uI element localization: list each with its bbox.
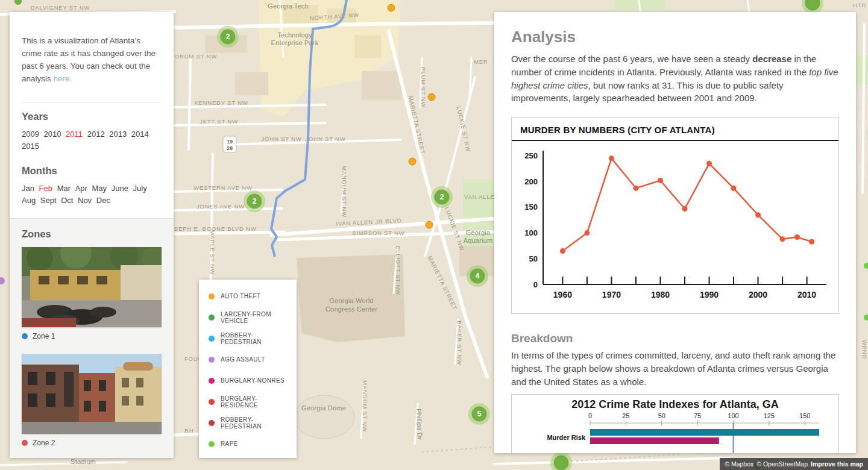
svg-text:Murder Risk: Murder Risk: [547, 434, 585, 441]
zone-2-photo[interactable]: [22, 354, 162, 434]
street-label: ORUM ST NW: [175, 53, 217, 60]
highway-shield: 19 29: [223, 136, 236, 152]
month-july[interactable]: July: [133, 183, 147, 195]
month-dec[interactable]: Dec: [96, 195, 110, 207]
burglary-residence-dot: [209, 399, 215, 405]
street-label: PLUM ST NW: [420, 67, 427, 107]
month-apr[interactable]: Apr: [75, 183, 87, 195]
year-2012[interactable]: 2012: [87, 128, 105, 140]
analysis-title: Analysis: [511, 28, 839, 46]
month-sept[interactable]: Sept: [40, 195, 57, 207]
zone-1-dot: [22, 333, 28, 339]
svg-text:1970: 1970: [602, 290, 621, 299]
crime-index-chart-plot: 0255075100125150Murder Risk: [512, 412, 838, 453]
svg-text:1990: 1990: [700, 290, 719, 299]
months-heading: Months: [22, 165, 162, 177]
analysis-link[interactable]: here.: [54, 74, 72, 83]
legend-item-agg-assault: AGG ASSAULT: [209, 349, 287, 370]
cluster-marker[interactable]: 2: [244, 190, 265, 212]
month-june[interactable]: June: [112, 183, 128, 195]
cluster-marker[interactable]: 2: [431, 186, 453, 208]
legend-item-larceny: LARCENY-FROM VEHICLE: [209, 307, 287, 328]
auto-theft-marker[interactable]: [428, 93, 435, 101]
legend-label: BURGLARY-NONRES: [221, 377, 285, 384]
years-heading: Years: [22, 111, 162, 122]
street-label: SIMPSON ST NW: [352, 230, 404, 236]
zone-2-label-row[interactable]: Zone 2: [22, 439, 162, 447]
month-nov[interactable]: Nov: [78, 195, 92, 207]
street-label: DALVIGNEY ST NW: [31, 4, 90, 11]
street-label: JOHN ST NW: [306, 136, 346, 142]
month-jan[interactable]: Jan: [22, 183, 34, 195]
legend-label: AGG ASSAULT: [221, 356, 265, 363]
svg-text:4: 4: [476, 272, 480, 280]
poi-label: Georgia World: [329, 297, 373, 304]
poi-label: Aquarium: [464, 237, 493, 244]
svg-text:200: 200: [524, 177, 538, 186]
month-feb[interactable]: Feb: [39, 183, 52, 195]
year-2009[interactable]: 2009: [22, 128, 39, 140]
murder-chart-plot: 050100150200250196019701980199020002010: [512, 141, 838, 313]
agg-assault-dot: [209, 357, 215, 363]
intro-text-body: This is a visualization of Atlanta's cri…: [22, 36, 156, 83]
svg-text:100: 100: [524, 228, 538, 237]
poi-label: Georgia: [466, 229, 491, 236]
svg-text:0: 0: [588, 412, 592, 419]
zone-2-dot: [22, 440, 28, 446]
month-aug[interactable]: Aug: [22, 195, 36, 207]
auto-theft-dot: [209, 293, 215, 299]
osm-attribution-link[interactable]: © OpenStreetMap: [756, 460, 808, 468]
legend-label: AUTO THEFT: [221, 293, 260, 299]
poi-label: Technology: [277, 31, 312, 39]
poi-label: Enterprise Park: [271, 39, 319, 46]
year-2011[interactable]: 2011: [66, 128, 83, 140]
intro-text: This is a visualization of Atlanta's cri…: [22, 35, 162, 86]
street-label: KENNEDY ST NW: [194, 99, 248, 106]
robbery-pedestrian-dot: [209, 336, 215, 342]
divider: [22, 102, 162, 102]
auto-theft-marker[interactable]: [388, 4, 395, 11]
svg-text:2: 2: [253, 197, 257, 205]
month-oct[interactable]: Oct: [61, 195, 73, 207]
svg-text:0: 0: [533, 280, 538, 289]
month-mar[interactable]: Mar: [57, 183, 71, 195]
year-2014[interactable]: 2014: [131, 128, 149, 140]
crime-index-chart-title: 2012 Crime Rate Indexes for Atlanta, GA: [512, 395, 838, 412]
street-label: JETT ST NW: [200, 118, 238, 125]
cluster-marker[interactable]: 2: [217, 26, 239, 48]
legend-label: RAPE: [221, 440, 238, 447]
crime-index-chart: 2012 Crime Rate Indexes for Atlanta, GA …: [511, 394, 839, 453]
analysis-panel: Analysis Over the course of the past 6 y…: [494, 12, 856, 453]
poi-label: Stadium: [71, 458, 96, 465]
zone-1-label-row[interactable]: Zone 1: [22, 332, 162, 340]
mapbox-attribution-link[interactable]: © Mapbox: [725, 460, 753, 468]
legend-item-rape: RAPE: [209, 433, 287, 454]
svg-text:1980: 1980: [651, 290, 670, 299]
zone-1-photo[interactable]: [22, 247, 162, 327]
auto-theft-marker[interactable]: [426, 221, 433, 228]
svg-text:250: 250: [524, 151, 538, 160]
analysis-paragraph: Over the course of the past 6 years, we …: [511, 52, 839, 105]
crime-legend: AUTO THEFT LARCENY-FROM VEHICLE ROBBERY-…: [199, 280, 297, 458]
rape-dot: [209, 441, 215, 447]
month-may[interactable]: May: [92, 183, 107, 195]
year-2010[interactable]: 2010: [44, 128, 61, 140]
legend-label: LARCENY-FROM VEHICLE: [221, 311, 287, 324]
improve-map-link[interactable]: Improve this map: [811, 460, 863, 468]
cluster-marker[interactable]: 4: [467, 265, 488, 287]
poi-label: Congress Center: [326, 306, 377, 313]
burglary-nonres-dot: [209, 378, 215, 384]
street-label: MANGUM ST NW: [362, 380, 368, 432]
svg-text:5: 5: [477, 410, 482, 418]
year-2013[interactable]: 2013: [109, 128, 127, 140]
cluster-marker[interactable]: 5: [468, 403, 490, 425]
svg-text:2000: 2000: [749, 290, 767, 299]
street-label: MANGUM ST NW: [341, 166, 348, 218]
poi-label: Georgia Dome: [301, 404, 346, 412]
auto-theft-marker[interactable]: [409, 158, 416, 165]
street-label: MAPLE ST NW: [209, 230, 216, 275]
svg-text:19: 19: [227, 139, 233, 145]
legend-item-burglary-nonres: BURGLARY-NONRES: [209, 370, 287, 391]
year-2015[interactable]: 2015: [22, 140, 39, 152]
legend-label: ROBBERY-PEDESTRIAN: [221, 332, 287, 345]
